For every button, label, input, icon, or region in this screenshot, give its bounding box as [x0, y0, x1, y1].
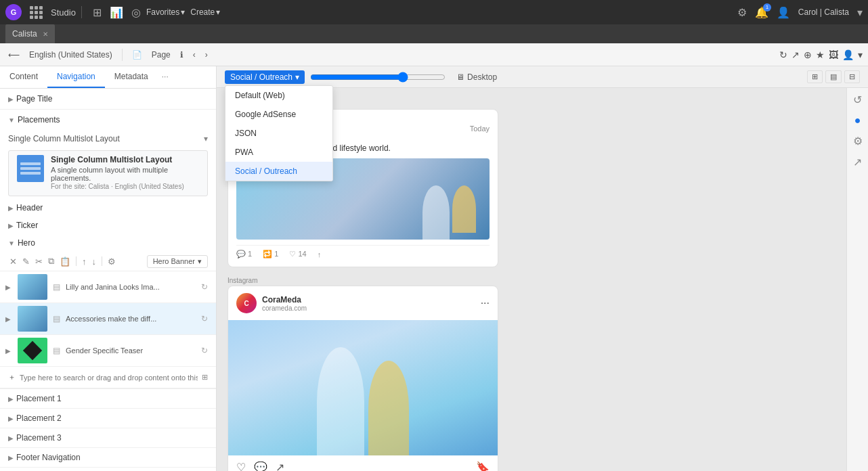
- notification-icon[interactable]: 🔔 1: [755, 6, 768, 19]
- user-label[interactable]: Carol | Calista: [798, 7, 849, 17]
- insta-share-btn[interactable]: ↗: [276, 461, 284, 471]
- footer-nav-label: Footer Navigation: [16, 453, 81, 462]
- hero-tool-paste[interactable]: 📋: [58, 255, 72, 268]
- footer[interactable]: ▶ Footer: [0, 468, 216, 471]
- hero-type-selector[interactable]: Hero Banner ▾: [147, 255, 208, 268]
- ticker-label: Ticker: [16, 221, 38, 230]
- insta-img: [228, 320, 498, 455]
- footer-nav-chevron: ▶: [8, 454, 14, 462]
- add-content-input[interactable]: [20, 374, 198, 382]
- placement-1[interactable]: ▶ Placement 1: [0, 389, 216, 409]
- external-icon[interactable]: ↗: [791, 49, 800, 60]
- toolbar-sep1: [122, 49, 123, 61]
- hero-tool-close[interactable]: ✕: [8, 255, 18, 268]
- page-icon[interactable]: 📄: [129, 49, 145, 61]
- hero-item-1-action[interactable]: ↻: [201, 282, 208, 292]
- sidebar-right-icon-1[interactable]: ↺: [853, 93, 862, 106]
- app-logo[interactable]: G: [5, 4, 22, 20]
- hero-tool-copy[interactable]: ⧉: [47, 254, 56, 268]
- footer-nav[interactable]: ▶ Footer Navigation: [0, 448, 216, 468]
- insta-name: CoraMeda: [262, 295, 307, 305]
- tab-more[interactable]: ···: [158, 66, 173, 88]
- tab-content[interactable]: Content: [0, 66, 47, 88]
- hero-item-2-text: Accessories make the diff...: [66, 315, 196, 323]
- add-content-area[interactable]: ＋ ⊞: [0, 367, 216, 388]
- settings-icon[interactable]: ⚙: [737, 6, 747, 19]
- target-icon[interactable]: ◎: [131, 6, 141, 19]
- undo-icon[interactable]: ⟵: [5, 49, 22, 61]
- insta-bookmark-btn[interactable]: 🔖: [476, 461, 490, 471]
- insta-more-icon[interactable]: ···: [481, 297, 490, 309]
- placement-3[interactable]: ▶ Placement 3: [0, 428, 216, 448]
- dropdown-trigger[interactable]: Social / Outreach ▾: [225, 70, 305, 84]
- tab-navigation[interactable]: Navigation: [47, 66, 105, 88]
- view-btn-1[interactable]: ⊞: [807, 70, 823, 83]
- preview-slider[interactable]: [310, 72, 446, 83]
- header-section[interactable]: ▶ Header: [0, 199, 216, 217]
- hero-item-2-action[interactable]: ↻: [201, 314, 208, 323]
- hero-tool-up[interactable]: ↑: [81, 255, 88, 268]
- next-icon[interactable]: ›: [202, 49, 211, 61]
- top-bar: G Studio ⊞ 📊 ◎ Favorites ▾ Create ▾ ⚙ 🔔 …: [0, 0, 868, 24]
- grid-icon[interactable]: ⊞: [93, 6, 102, 19]
- calista-tab[interactable]: Calista ✕: [5, 24, 55, 43]
- placements-header[interactable]: ▼ Placements: [0, 110, 216, 130]
- lang-selector[interactable]: English (United States): [26, 49, 115, 61]
- page-title-header[interactable]: ▶ Page Title: [0, 89, 216, 109]
- twitter-share[interactable]: ↑: [318, 250, 322, 259]
- tab-metadata[interactable]: Metadata: [105, 66, 158, 88]
- layout-selector[interactable]: Single Column Multislot Layout ▾: [0, 130, 216, 148]
- preview-mode-dropdown[interactable]: Social / Outreach ▾ Default (Web) Google…: [225, 70, 305, 84]
- chart-icon[interactable]: 📊: [110, 6, 123, 19]
- toolbar-menu-icon[interactable]: ▾: [858, 49, 863, 60]
- main-area: Content Navigation Metadata ··· ▶ Page T…: [0, 66, 868, 471]
- ticker-chevron: ▶: [8, 222, 14, 229]
- image-icon[interactable]: 🖼: [829, 49, 838, 60]
- hero-tool-sep2: [102, 256, 102, 266]
- sidebar-right-icon-2[interactable]: ●: [854, 114, 861, 127]
- hero-tool-down[interactable]: ↓: [91, 255, 98, 268]
- tab-close-icon[interactable]: ✕: [43, 30, 48, 38]
- dropdown-item-json[interactable]: JSON: [225, 124, 332, 143]
- hero-item-3[interactable]: ▶ ▤ Gender Specific Teaser ↻: [0, 335, 216, 367]
- view-btn-2[interactable]: ▤: [825, 70, 842, 83]
- dropdown-item-pwa[interactable]: PWA: [225, 143, 332, 162]
- user-avatar-icon[interactable]: 👤: [777, 6, 790, 19]
- refresh-icon[interactable]: ↻: [779, 49, 787, 60]
- hero-tool-settings[interactable]: ⚙: [106, 255, 117, 268]
- twitter-reply[interactable]: 💬 1: [236, 250, 252, 259]
- dropdown-item-social-outreach[interactable]: Social / Outreach: [225, 162, 332, 181]
- sidebar-right-icon-4[interactable]: ↗: [853, 156, 862, 169]
- twitter-like[interactable]: ♡ 14: [289, 250, 306, 259]
- insta-like-btn[interactable]: ♡: [236, 461, 246, 471]
- placement-2[interactable]: ▶ Placement 2: [0, 409, 216, 428]
- dropdown-item-google-adsense[interactable]: Google AdSense: [225, 105, 332, 124]
- ticker-section[interactable]: ▶ Ticker: [0, 217, 216, 234]
- sidebar-right-icon-3[interactable]: ⚙: [853, 135, 863, 148]
- hero-item-1[interactable]: ▶ ▤ Lilly and Janina Looks Ima... ↻: [0, 271, 216, 303]
- hero-item-2-thumb: [18, 306, 47, 332]
- info-icon[interactable]: ℹ: [177, 49, 186, 61]
- layout-name: Single Column Multislot Layout: [8, 134, 204, 143]
- prev-icon[interactable]: ‹: [190, 49, 198, 61]
- insta-comment-btn[interactable]: 💬: [254, 461, 267, 471]
- hero-item-3-action[interactable]: ↻: [201, 346, 208, 355]
- instagram-section: Instagram C CoraMeda corameda.com ···: [227, 275, 836, 471]
- star-icon[interactable]: ★: [816, 49, 825, 60]
- hero-header[interactable]: ▼ Hero: [0, 234, 216, 252]
- hero-tool-edit[interactable]: ✎: [21, 255, 31, 268]
- share-icon[interactable]: ⊕: [804, 49, 812, 60]
- hero-item-2[interactable]: ▶ ▤ Accessories make the diff... ↻: [0, 303, 216, 335]
- dropdown-item-default-web[interactable]: Default (Web): [225, 86, 332, 105]
- twitter-retweet[interactable]: 🔁 1: [263, 250, 278, 259]
- user-menu-chevron[interactable]: ▾: [857, 6, 863, 19]
- favorites-menu[interactable]: Favorites ▾: [146, 7, 185, 17]
- create-menu[interactable]: Create ▾: [190, 7, 220, 17]
- hero-tool-cut[interactable]: ✂: [34, 255, 44, 268]
- view-btn-3[interactable]: ⊟: [844, 70, 860, 83]
- device-selector[interactable]: 🖥 Desktop: [456, 72, 497, 82]
- person-icon[interactable]: 👤: [842, 49, 854, 60]
- page-title-section: ▶ Page Title: [0, 89, 216, 110]
- hero-toolbar: ✕ ✎ ✂ ⧉ 📋 ↑ ↓ ⚙ Hero Banner ▾: [0, 252, 216, 271]
- apps-grid-icon[interactable]: [27, 3, 45, 22]
